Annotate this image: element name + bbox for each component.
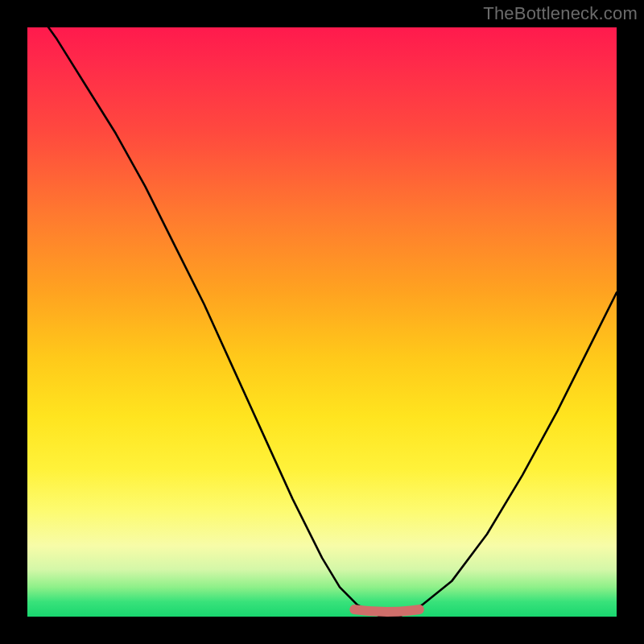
flat-segment: [354, 609, 419, 612]
curve-svg: [27, 27, 617, 617]
bottleneck-curve: [27, 0, 617, 617]
plot-area: [27, 27, 617, 617]
watermark-text: TheBottleneck.com: [483, 3, 638, 24]
chart-frame: TheBottleneck.com: [0, 0, 644, 644]
